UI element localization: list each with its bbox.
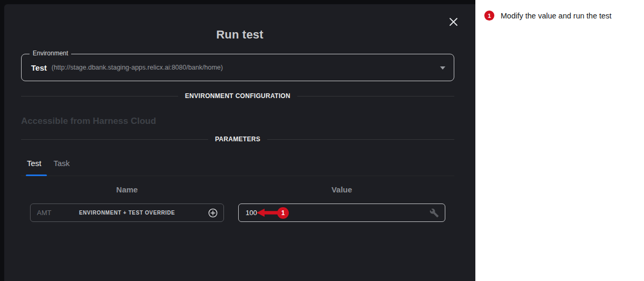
- app-backdrop: Run test Environment Test (http://stage.…: [0, 0, 475, 281]
- active-tab-underline: [26, 175, 47, 176]
- wrench-icon[interactable]: [430, 208, 439, 218]
- environment-url: (http://stage.dbank.staging-apps.relicx.…: [52, 64, 223, 71]
- divider-line: [21, 139, 208, 140]
- environment-configuration-divider: ENVIRONMENT CONFIGURATION: [21, 92, 454, 100]
- divider-line: [297, 96, 454, 96]
- plus-circle-icon[interactable]: [208, 208, 218, 218]
- parameter-name-field: ENVIRONMENT + TEST OVERRIDE: [30, 204, 224, 222]
- environment-configuration-label: ENVIRONMENT CONFIGURATION: [178, 92, 297, 100]
- close-icon: [449, 17, 458, 26]
- screenshot-root: Run test Environment Test (http://stage.…: [0, 0, 644, 281]
- tab-task[interactable]: Task: [54, 159, 70, 168]
- annotation-panel: 1 Modify the value and run the test: [475, 0, 644, 281]
- divider-line: [21, 96, 178, 96]
- page-title: Run test: [4, 28, 475, 42]
- divider-line: [267, 139, 454, 140]
- parameters-label: PARAMETERS: [208, 135, 267, 143]
- run-test-modal: Run test Environment Test (http://stage.…: [4, 4, 475, 281]
- environment-select[interactable]: Environment Test (http://stage.dbank.sta…: [21, 54, 454, 81]
- environment-selected-option: Test (http://stage.dbank.staging-apps.re…: [31, 54, 223, 81]
- accessible-note: Accessible from Harness Cloud: [21, 116, 156, 127]
- parameters-divider: PARAMETERS: [21, 135, 454, 143]
- parameter-value-input[interactable]: [239, 204, 445, 221]
- parameter-value-field: 1: [238, 204, 445, 222]
- parameter-name-input[interactable]: [31, 204, 223, 221]
- column-header-name: Name: [30, 185, 224, 194]
- tab-test[interactable]: Test: [27, 159, 42, 168]
- chevron-down-icon: [440, 66, 445, 70]
- environment-name: Test: [31, 63, 47, 72]
- tab-baseline: [21, 176, 454, 176]
- parameter-tabs: Test Task: [27, 159, 70, 168]
- column-header-value: Value: [238, 185, 445, 194]
- step-text: Modify the value and run the test: [501, 12, 611, 21]
- step-number-badge: 1: [484, 11, 494, 21]
